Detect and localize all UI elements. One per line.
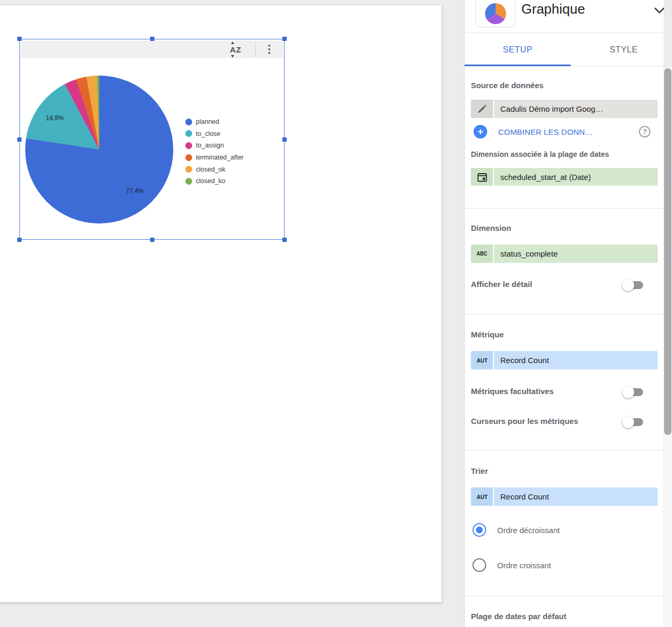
sort-value: Record Count [494,487,658,506]
metric-value: Record Count [494,351,658,369]
section-divider [465,596,664,596]
section-divider [465,208,664,209]
date-dimension-heading: Dimension associée à la plage de dates [471,150,609,158]
drill-down-toggle[interactable] [623,281,643,289]
legend-dot [185,142,192,149]
legend-dot [185,130,192,137]
sort-ascending-label: Ordre croissant [497,561,551,570]
dimension-field[interactable]: ABC status_complete [471,245,658,263]
selection-handle-sw[interactable] [17,238,22,242]
sort-ascending-option[interactable]: Ordre croissant [472,558,551,572]
chart-type-icon-box[interactable] [475,0,516,27]
report-canvas[interactable]: AZ planned to_close t [0,0,464,627]
help-icon[interactable]: ? [639,126,650,137]
metric-sliders-toggle[interactable] [623,418,643,426]
data-source-value: Cadulis Démo import Goog… [494,100,658,118]
chart-legend: planned to_close to_assign terminated_af… [185,116,244,187]
legend-label: to_close [196,130,220,137]
metric-sliders-label: Curseurs pour les métriques [471,417,578,426]
text-type-badge: ABC [477,251,487,257]
chevron-down-icon[interactable] [652,3,667,18]
optional-metrics-toggle[interactable] [623,388,643,396]
drill-down-label: Afficher le détail [471,280,532,289]
calendar-icon [471,168,494,186]
legend-label: closed_ok [196,166,225,173]
source-heading: Source de données [471,81,543,90]
legend-item[interactable]: terminated_after [185,152,244,164]
legend-label: terminated_after [196,154,244,161]
data-source-field[interactable]: Cadulis Démo import Goog… [471,100,658,118]
legend-item[interactable]: to_close [185,128,244,140]
legend-label: closed_ko [196,177,225,185]
add-circle-icon[interactable]: + [474,125,487,139]
panel-scrollbar-thumb[interactable] [664,68,671,435]
pie-chart-widget[interactable]: AZ planned to_close t [19,39,285,240]
radio-selected-icon [472,523,486,537]
tab-style[interactable]: STYLE [576,33,671,66]
pie-chart[interactable]: planned to_close to_assign terminated_af… [20,58,285,239]
pie-slice-label: 77,4% [126,187,144,195]
selection-handle-se[interactable] [282,238,287,242]
dimension-value: status_complete [494,245,658,263]
legend-dot [185,154,192,161]
section-divider [465,450,664,450]
pie-circle[interactable] [25,76,173,224]
selection-handle-ne[interactable] [282,37,287,41]
edit-icon[interactable] [471,100,494,118]
blend-data-link[interactable]: COMBINER LES DONN… [498,127,593,136]
optional-metrics-label: Métriques facultatives [471,387,554,396]
dimension-heading: Dimension [471,224,511,232]
tabs-border [465,66,664,67]
toolbar-divider [255,42,256,57]
selection-handle-w[interactable] [17,137,22,142]
metric-heading: Métrique [471,330,504,339]
more-options-icon[interactable] [268,45,270,54]
chart-toolbar: AZ [21,40,283,58]
legend-label: planned [196,118,219,125]
legend-item[interactable]: planned [185,116,244,128]
legend-dot [185,178,192,185]
auto-type-badge: AUT [477,494,488,500]
legend-item[interactable]: closed_ko [185,175,244,187]
auto-type-badge: AUT [477,357,488,364]
sort-descending-label: Ordre décroissant [497,526,560,535]
text-type-icon: ABC [471,245,494,263]
date-dimension-value: scheduled_start_at (Date) [494,168,658,186]
selection-handle-e[interactable] [282,137,287,142]
active-tab-underline [465,65,571,66]
auto-type-icon: AUT [471,487,494,506]
legend-item[interactable]: closed_ok [185,163,244,175]
sort-asc-arrow-icon [231,41,234,44]
sort-field[interactable]: AUT Record Count [471,487,658,506]
section-divider [465,314,664,315]
tab-setup[interactable]: SETUP [470,33,565,66]
date-dimension-field[interactable]: scheduled_start_at (Date) [471,168,658,186]
metric-field[interactable]: AUT Record Count [471,351,658,369]
sort-heading: Trier [471,466,488,475]
auto-type-icon: AUT [471,351,494,369]
radio-unselected-icon [472,558,486,572]
legend-item[interactable]: to_assign [185,140,244,152]
selection-handle-s[interactable] [150,238,154,242]
selection-handle-n[interactable] [150,37,154,41]
selection-handle-nw[interactable] [17,37,22,41]
legend-dot [185,166,192,173]
pie-chart-type-icon [485,3,506,24]
date-range-heading: Plage de dates par défaut [471,612,566,621]
sort-descending-option[interactable]: Ordre décroissant [472,523,560,537]
panel-title: Graphique [521,1,585,17]
legend-label: to_assign [196,142,224,149]
sort-icon[interactable]: AZ [228,45,244,54]
legend-dot [185,119,192,125]
properties-panel: Graphique SETUP STYLE Source de données … [464,0,664,627]
sort-desc-arrow-icon [231,55,234,58]
sort-icon-glyph: AZ [230,45,242,54]
pie-slice-label: 14,9% [46,114,64,122]
